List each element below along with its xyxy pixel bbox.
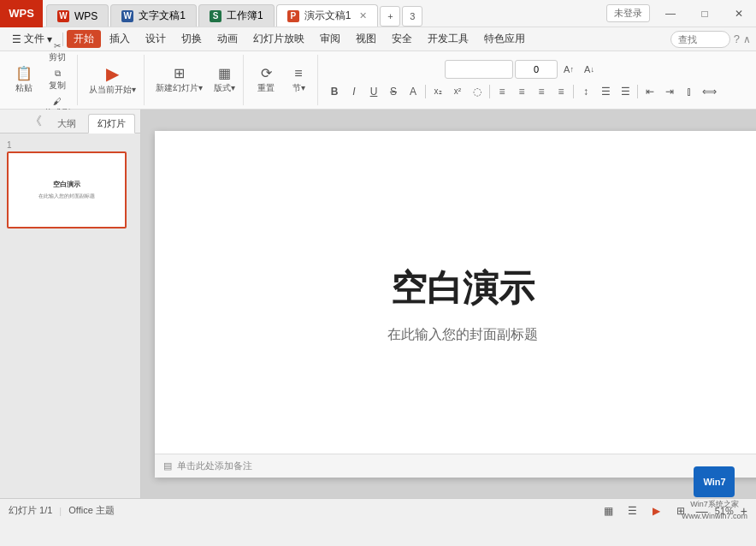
layout-button[interactable]: ▦ 版式▾: [209, 64, 239, 97]
slides-list: 1 空白演示 在此输入您的封面副标题: [0, 134, 140, 498]
tabs-area: W WPS W 文字文稿1 S 工作簿1 P 演示文稿1 ✕ + 3: [43, 0, 606, 27]
tab-icon-ppt1: P: [287, 10, 299, 22]
notes-icon: ▤: [163, 460, 172, 472]
menu-insert[interactable]: 插入: [103, 30, 137, 48]
menu-slideshow[interactable]: 幻灯片放映: [246, 30, 311, 48]
slide-main-title[interactable]: 空白演示: [391, 264, 535, 312]
menu-design[interactable]: 设计: [139, 30, 173, 48]
font-color-button[interactable]: A: [404, 82, 422, 101]
decrease-indent-button[interactable]: ⇤: [641, 82, 659, 101]
copy-label: 复制: [49, 80, 66, 92]
menu-view[interactable]: 视图: [349, 30, 383, 48]
tab-ppt1[interactable]: P 演示文稿1 ✕: [276, 4, 379, 27]
reset-group: ⟳ 重置 ≡ 节▾: [247, 55, 318, 105]
section-icon: ≡: [294, 67, 302, 80]
increase-font-button[interactable]: A↑: [559, 60, 578, 79]
file-menu-icon: ☰: [12, 33, 21, 45]
slide-subtitle[interactable]: 在此输入您的封面副标题: [387, 326, 538, 344]
login-button[interactable]: 未登录: [606, 4, 650, 22]
watermark: Win7 Win7系统之家 Www.Winwin7.com: [682, 466, 747, 520]
expand-icon[interactable]: ∧: [743, 33, 751, 45]
section-button[interactable]: ≡ 节▾: [283, 64, 314, 97]
strikethrough-button[interactable]: S: [384, 82, 403, 101]
notes-bar: ▤ 单击此处添加备注: [155, 454, 756, 478]
slide-preview-title-1: 空白演示: [53, 180, 80, 189]
font-name-input[interactable]: [445, 60, 513, 79]
slide-canvas[interactable]: 空白演示 在此输入您的封面副标题 ▤ 单击此处添加备注: [155, 131, 756, 478]
reset-icon: ⟳: [261, 67, 272, 80]
format-separator-2: [489, 85, 490, 98]
panel-tab-outline[interactable]: 大纲: [49, 115, 85, 133]
paste-icon: 📋: [15, 67, 32, 80]
tab-doc1[interactable]: W 文字文稿1: [110, 4, 197, 27]
decrease-font-button[interactable]: A↓: [580, 60, 599, 79]
watermark-logo: Win7: [694, 466, 735, 497]
new-slide-button[interactable]: ⊞ 新建幻灯片▾: [151, 64, 207, 97]
align-center-button[interactable]: ≡: [512, 82, 531, 101]
menu-switch[interactable]: 切换: [174, 30, 209, 48]
tab-label-doc1: 文字文稿1: [139, 9, 186, 23]
tab-close-ppt1[interactable]: ✕: [359, 10, 367, 21]
underline-button[interactable]: U: [364, 82, 383, 101]
menu-animate[interactable]: 动画: [210, 30, 245, 48]
subscript-button[interactable]: x₂: [428, 82, 447, 101]
minimize-button[interactable]: —: [653, 0, 688, 27]
justify-button[interactable]: ≡: [552, 82, 570, 101]
view-normal-button[interactable]: ▦: [600, 502, 617, 519]
line-spacing-button[interactable]: ↕: [576, 82, 595, 101]
menu-devtools[interactable]: 开发工具: [421, 30, 475, 48]
new-tab-button[interactable]: +: [380, 6, 400, 27]
copy-icon: ⧉: [55, 68, 61, 79]
reset-label: 重置: [257, 82, 275, 94]
paste-button[interactable]: 📋 粘贴: [9, 64, 39, 97]
notes-placeholder[interactable]: 单击此处添加备注: [177, 460, 252, 472]
copy-button[interactable]: ⧉ 复制: [41, 67, 74, 93]
paste-label: 粘贴: [15, 82, 32, 94]
italic-button[interactable]: I: [345, 82, 363, 101]
slide-preview-1[interactable]: 空白演示 在此输入您的封面副标题: [7, 151, 127, 228]
slide-thumbnail-1[interactable]: 1 空白演示 在此输入您的封面副标题: [7, 140, 133, 228]
view-slide-button[interactable]: ▶: [648, 502, 665, 519]
play-button[interactable]: ▶ 从当前开始▾: [85, 62, 140, 98]
clear-format-button[interactable]: ◌: [468, 82, 487, 101]
status-bar: 幻灯片 1/1 | Office 主题 ▦ ☰ ▶ ⊞ — 51% +: [0, 498, 756, 522]
bullets-button[interactable]: ☰: [596, 82, 615, 101]
format-separator-4: [637, 85, 638, 98]
tab-excel1[interactable]: S 工作簿1: [198, 4, 275, 27]
view-outline-button[interactable]: ☰: [624, 502, 641, 519]
panel-tabs: 《 大纲 幻灯片: [0, 110, 140, 134]
tab-label-wps: WPS: [74, 10, 97, 22]
align-right-button[interactable]: ≡: [532, 82, 551, 101]
tab-wps[interactable]: W WPS: [46, 4, 109, 27]
superscript-button[interactable]: x²: [448, 82, 467, 101]
increase-indent-button[interactable]: ⇥: [660, 82, 679, 101]
search-input[interactable]: [670, 31, 730, 48]
cut-button[interactable]: ✂ 剪切: [41, 39, 74, 65]
text-dir-button[interactable]: ⟺: [700, 82, 718, 101]
help-icon[interactable]: ?: [734, 33, 740, 45]
maximize-button[interactable]: □: [688, 0, 722, 27]
numbering-button[interactable]: ☰: [616, 82, 635, 101]
play-icon: ▶: [106, 65, 119, 82]
font-size-input[interactable]: [515, 60, 558, 79]
columns-button[interactable]: ⫿: [680, 82, 699, 101]
reset-button[interactable]: ⟳ 重置: [251, 64, 281, 97]
menu-bar: ☰ 文件 ▾ 开始 插入 设计 切换 动画 幻灯片放映 审阅 视图 安全 开发工…: [0, 27, 756, 51]
title-bar: WPS W WPS W 文字文稿1 S 工作簿1 P 演示文稿1 ✕ + 3 未…: [0, 0, 756, 27]
menu-review[interactable]: 审阅: [313, 30, 347, 48]
menu-security[interactable]: 安全: [385, 30, 419, 48]
close-button[interactable]: ✕: [722, 0, 756, 27]
align-left-button[interactable]: ≡: [493, 82, 511, 101]
panel-tab-slides[interactable]: 幻灯片: [88, 114, 135, 134]
collapse-button[interactable]: 《: [27, 114, 45, 129]
format-separator-1: [425, 85, 426, 98]
menu-special[interactable]: 特色应用: [477, 30, 532, 48]
watermark-text-line2: Www.Winwin7.com: [682, 512, 747, 520]
slide-preview-sub-1: 在此输入您的封面副标题: [38, 193, 95, 200]
play-group: ▶ 从当前开始▾: [81, 55, 145, 105]
main-area: 《 大纲 幻灯片 1 空白演示 在此输入您的封面副标题 空白演示 在此输入您的封…: [0, 110, 756, 498]
format-brush-icon: 🖌: [53, 97, 62, 106]
bold-button[interactable]: B: [325, 82, 344, 101]
theme-label: Office 主题: [68, 504, 115, 517]
wps-logo[interactable]: WPS: [0, 0, 43, 27]
